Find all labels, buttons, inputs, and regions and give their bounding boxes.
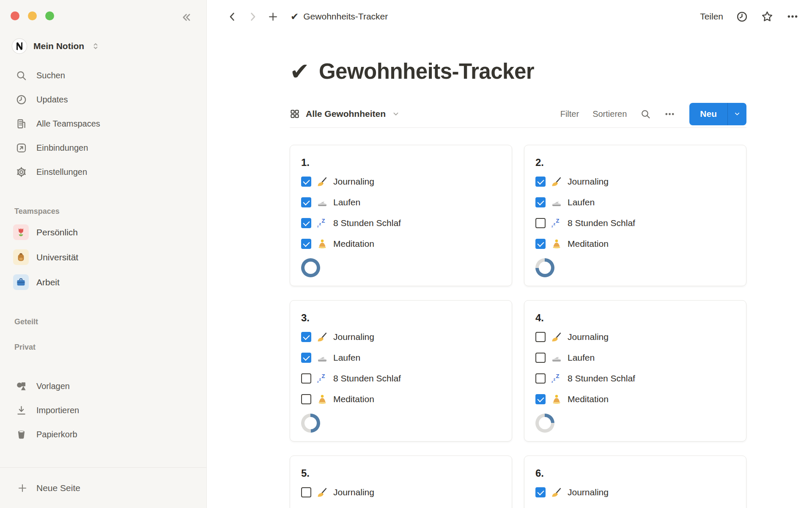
habit-checkbox[interactable]: [301, 197, 311, 207]
habit-row: Laufen: [535, 348, 735, 368]
habit-checkbox[interactable]: [301, 239, 311, 249]
new-entry-dropdown-button[interactable]: [727, 103, 746, 125]
window-controls: [0, 0, 206, 20]
download-icon: [16, 405, 27, 416]
teamspace-arbeit[interactable]: Arbeit: [0, 270, 206, 295]
habit-row: Laufen: [535, 192, 735, 213]
history-clock-button[interactable]: [735, 10, 749, 23]
more-options-button[interactable]: [786, 10, 799, 23]
habit-checkbox[interactable]: [535, 394, 546, 404]
habit-checkbox[interactable]: [535, 218, 546, 228]
zoom-window-button[interactable]: [45, 11, 54, 20]
gallery-grid: 1. Journaling Laufen 8 Stunden Schlaf: [290, 145, 746, 508]
new-entry-button[interactable]: Neu: [689, 103, 727, 125]
habit-checkbox[interactable]: [535, 239, 546, 249]
breadcrumb[interactable]: ✔ Gewohnheits-Tracker: [291, 11, 388, 22]
habit-row: Meditation: [535, 234, 735, 254]
back-button[interactable]: [225, 10, 239, 23]
progress-ring: [535, 258, 554, 277]
search-icon[interactable]: [640, 109, 651, 119]
card-title: 3.: [301, 309, 501, 327]
teamspace-persoenlich[interactable]: Persönlich: [0, 220, 206, 245]
habit-checkbox[interactable]: [301, 373, 311, 384]
sidebar-item-label: Alle Teamspaces: [36, 119, 100, 129]
sidebar-item-einstellungen[interactable]: Einstellungen: [0, 160, 206, 184]
habit-card-5[interactable]: 5. Journaling: [290, 456, 512, 508]
card-title: 6.: [535, 464, 735, 482]
sidebar-collapse-button[interactable]: [179, 11, 193, 24]
teamspace-label: Universität: [36, 252, 78, 262]
favorite-star-button[interactable]: [760, 10, 774, 23]
habit-card-3[interactable]: 3. Journaling Laufen 8 Stunden Schlaf: [290, 300, 512, 442]
habit-checkbox[interactable]: [535, 373, 546, 384]
chevron-down-icon: [733, 110, 741, 118]
habit-checkbox[interactable]: [535, 487, 546, 497]
page-header[interactable]: ✔ Gewohnheits-Tracker: [290, 60, 812, 83]
filter-button[interactable]: Filter: [560, 109, 579, 119]
page-title: Gewohnheits-Tracker: [319, 60, 534, 83]
building-icon: [16, 118, 27, 130]
share-button[interactable]: Teilen: [700, 11, 723, 22]
sidebar-footer-nav: Vorlagen Importieren Papierkorb: [0, 374, 206, 447]
habit-checkbox[interactable]: [301, 353, 311, 363]
sidebar-item-importieren[interactable]: Importieren: [0, 398, 206, 422]
habit-label: Journaling: [333, 332, 374, 342]
habit-checkbox[interactable]: [535, 197, 546, 207]
forward-button[interactable]: [246, 10, 259, 23]
breadcrumb-title: Gewohnheits-Tracker: [303, 11, 388, 22]
habit-checkbox[interactable]: [301, 332, 311, 342]
habit-label: Laufen: [568, 197, 595, 207]
sidebar-item-alle-teamspaces[interactable]: Alle Teamspaces: [0, 112, 206, 136]
search-icon: [16, 70, 27, 81]
habit-label: 8 Stunden Schlaf: [568, 218, 635, 228]
topbar-nav: ✔ Gewohnheits-Tracker: [225, 10, 388, 23]
topbar-actions: Teilen: [700, 10, 799, 23]
section-header-geteilt[interactable]: Geteilt: [14, 313, 206, 330]
writing-hand-icon: [551, 487, 562, 498]
habit-checkbox[interactable]: [535, 332, 546, 342]
sidebar-item-papierkorb[interactable]: Papierkorb: [0, 422, 206, 447]
new-page-button[interactable]: Neue Seite: [0, 467, 206, 508]
sort-button[interactable]: Sortieren: [593, 109, 627, 119]
habit-checkbox[interactable]: [301, 218, 311, 228]
section-header-privat[interactable]: Privat: [14, 339, 206, 356]
habit-label: Laufen: [568, 353, 595, 363]
habit-checkbox[interactable]: [301, 394, 311, 404]
toolbar-actions: Filter Sortieren Neu: [560, 103, 746, 125]
gallery-grid-icon: [290, 109, 300, 119]
section-header-teamspaces[interactable]: Teamspaces: [14, 203, 206, 220]
minimize-window-button[interactable]: [28, 11, 37, 20]
habit-checkbox[interactable]: [535, 177, 546, 187]
habit-row: Meditation: [535, 389, 735, 410]
page-content: ✔ Gewohnheits-Tracker Alle Gewohnheiten …: [207, 33, 812, 508]
teamspace-label: Persönlich: [36, 227, 78, 237]
habit-card-4[interactable]: 4. Journaling Laufen 8 Stunden Schlaf: [524, 300, 746, 442]
sidebar-item-suchen[interactable]: Suchen: [0, 64, 206, 88]
habit-card-6[interactable]: 6. Journaling: [524, 456, 746, 508]
habit-checkbox[interactable]: [535, 353, 546, 363]
habit-checkbox[interactable]: [301, 487, 311, 497]
close-window-button[interactable]: [11, 11, 19, 20]
teamspace-label: Arbeit: [36, 277, 60, 287]
page-check-icon: ✔: [290, 60, 310, 83]
running-shoe-icon: [551, 352, 562, 363]
shapes-icon: [16, 381, 27, 392]
habit-card-2[interactable]: 2. Journaling Laufen 8 Stunden Schlaf: [524, 145, 746, 286]
new-entry-split-button: Neu: [689, 103, 746, 125]
sidebar-item-updates[interactable]: Updates: [0, 88, 206, 112]
view-tab-alle-gewohnheiten[interactable]: Alle Gewohnheiten: [290, 109, 400, 119]
main-area: ✔ Gewohnheits-Tracker Teilen ✔ Gewohnhei…: [207, 0, 812, 508]
view-options-icon[interactable]: [664, 109, 675, 119]
backpack-icon: [13, 249, 29, 265]
habit-row: 8 Stunden Schlaf: [535, 368, 735, 389]
sidebar-item-vorlagen[interactable]: Vorlagen: [0, 374, 206, 398]
sidebar-item-label: Vorlagen: [36, 381, 70, 391]
habit-checkbox[interactable]: [301, 177, 311, 187]
teamspace-universitaet[interactable]: Universität: [0, 245, 206, 270]
sidebar-item-einbindungen[interactable]: Einbindungen: [0, 136, 206, 160]
lotus-icon: [551, 238, 562, 249]
workspace-switcher[interactable]: Mein Notion: [11, 38, 206, 54]
new-tab-button[interactable]: [266, 10, 280, 23]
habit-card-1[interactable]: 1. Journaling Laufen 8 Stunden Schlaf: [290, 145, 512, 286]
topbar: ✔ Gewohnheits-Tracker Teilen: [207, 0, 812, 33]
